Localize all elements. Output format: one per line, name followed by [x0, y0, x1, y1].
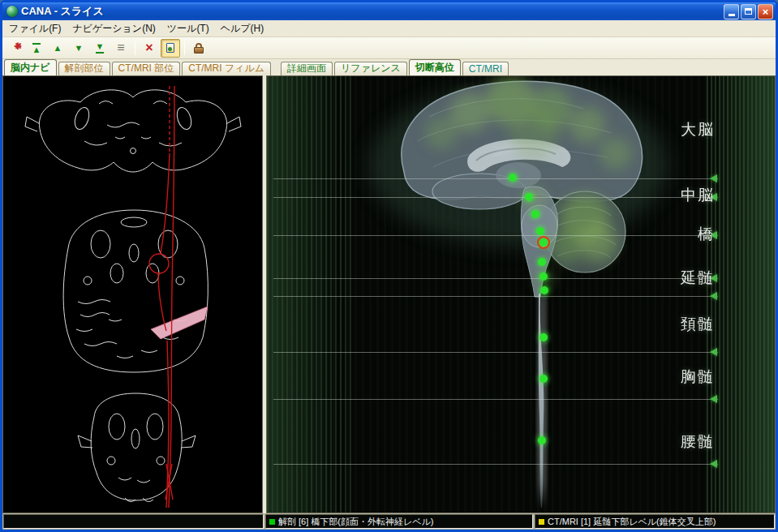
region-label: 頚髄	[645, 314, 715, 335]
level-arrow-icon	[710, 292, 717, 300]
slice-marker-icon-glyph: ++	[11, 41, 19, 54]
tab-detail-view[interactable]: 詳細画面	[281, 62, 333, 75]
region-label: 大脳	[645, 119, 715, 140]
slice-marker[interactable]	[538, 258, 546, 266]
anatomy-slice-canvas[interactable]	[2, 75, 263, 513]
status-color-chip	[539, 519, 544, 525]
region-label: 延髄	[645, 268, 715, 289]
region-label: 橋	[645, 224, 715, 245]
tab-brain-navi[interactable]: 脳内ナビ	[4, 59, 57, 75]
go-bottom-icon-glyph: ▼	[96, 42, 105, 54]
close-button[interactable]: ×	[758, 4, 773, 19]
level-arrow-icon	[710, 460, 717, 468]
toolbar-separator	[135, 41, 135, 55]
lock-icon[interactable]	[189, 39, 208, 58]
image-view-icon[interactable]	[161, 39, 180, 58]
level-line	[273, 296, 718, 297]
minimize-icon	[729, 14, 735, 16]
slice-marker[interactable]	[536, 227, 544, 235]
region-label: 胸髄	[645, 367, 715, 388]
status-color-chip	[269, 519, 275, 525]
move-down-icon[interactable]: ▼	[69, 39, 88, 58]
level-line	[273, 178, 718, 179]
image-view-icon-glyph	[166, 43, 174, 53]
status-bar: 解剖 [6] 橋下部(顔面・外転神経レベル)CT/MRI [1] 延髄下部レベル…	[2, 513, 776, 530]
close-icon: ×	[763, 6, 769, 17]
highlighted-tract-region	[151, 307, 208, 339]
clear-marker-icon[interactable]: ×	[140, 39, 159, 58]
level-line	[273, 399, 718, 400]
level-line	[273, 464, 718, 465]
slice-marker[interactable]	[531, 210, 539, 218]
go-top-icon[interactable]: ▲	[27, 39, 46, 58]
tab-anatomy-part[interactable]: 解剖部位	[58, 62, 110, 75]
tab-cut-level[interactable]: 切断高位	[409, 59, 461, 75]
cross-section-drawing	[3, 76, 262, 513]
slice-marker[interactable]	[539, 333, 548, 341]
status-ctmri-text: CT/MRI [1] 延髄下部レベル(錐体交叉上部)	[548, 516, 716, 528]
status-anatomy-text: 解剖 [6] 橋下部(顔面・外転神経レベル)	[278, 516, 433, 528]
region-label: 腰髄	[645, 431, 715, 453]
menu-bar: ファイル(F)ナビゲーション(N)ツール(T)ヘルプ(H)	[2, 20, 776, 37]
level-line	[273, 352, 718, 353]
menu-item-help[interactable]: ヘルプ(H)	[215, 20, 270, 37]
slice-list-icon[interactable]: ≡	[111, 39, 131, 58]
lock-icon-glyph	[194, 43, 204, 54]
title-bar: CANA - スライス ×	[2, 2, 776, 20]
status-ctmri: CT/MRI [1] 延髄下部レベル(錐体交叉上部)	[535, 514, 775, 529]
nerve-tract-lines	[149, 86, 174, 508]
toolbar-separator	[184, 41, 185, 55]
slice-marker[interactable]	[540, 286, 548, 294]
minimize-button[interactable]	[724, 4, 739, 19]
menu-item-tools[interactable]: ツール(T)	[161, 20, 215, 37]
go-top-icon-glyph: ▲	[32, 42, 41, 54]
slice-marker-icon[interactable]: ++	[6, 39, 25, 58]
slice-marker[interactable]	[539, 272, 548, 281]
tabs-row: 脳内ナビ解剖部位CT/MRI 部位CT/MRI フィルム 詳細画面リファレンス切…	[2, 59, 776, 75]
status-anatomy: 解剖 [6] 橋下部(顔面・外転神経レベル)	[265, 514, 533, 529]
move-up-icon[interactable]: ▲	[48, 39, 67, 58]
menu-item-file[interactable]: ファイル(F)	[3, 20, 67, 37]
slice-marker[interactable]	[509, 174, 517, 182]
tab-reference[interactable]: リファレンス	[334, 62, 407, 75]
status-empty-pane	[3, 514, 264, 529]
selected-ring	[537, 236, 550, 249]
menu-item-navigation[interactable]: ナビゲーション(N)	[67, 20, 161, 37]
level-arrow-icon	[710, 174, 717, 182]
tab-ctmri-film[interactable]: CT/MRI フィルム	[182, 62, 271, 75]
slice-marker[interactable]	[539, 375, 548, 383]
slice-marker-selected[interactable]	[539, 238, 548, 247]
move-up-icon-glyph: ▲	[54, 44, 62, 53]
app-icon	[6, 6, 18, 17]
level-arrow-icon	[710, 348, 717, 356]
maximize-button[interactable]	[741, 4, 756, 19]
region-label: 中脳	[645, 185, 715, 206]
tab-ctmri[interactable]: CT/MRI	[462, 62, 509, 75]
go-bottom-icon[interactable]: ▼	[90, 39, 110, 58]
app-window: CANA - スライス × ファイル(F)ナビゲーション(N)ツール(T)ヘルプ…	[0, 0, 778, 532]
right-tab-group: 詳細画面リファレンス切断高位CT/MRI	[281, 59, 510, 75]
tab-ctmri-part[interactable]: CT/MRI 部位	[112, 62, 181, 75]
level-arrow-icon	[710, 395, 717, 403]
diagram-stage: 大脳中脳橋延髄頚髄胸髄腰髄	[267, 76, 776, 513]
window-title: CANA - スライス	[21, 4, 722, 19]
slice-list-icon-glyph: ≡	[117, 41, 124, 54]
clear-marker-icon-glyph: ×	[145, 41, 153, 54]
move-down-icon-glyph: ▼	[75, 44, 84, 53]
level-diagram-panel: 大脳中脳橋延髄頚髄胸髄腰髄	[266, 75, 776, 513]
maximize-icon	[745, 8, 752, 15]
toolbar: ++▲▲▼▼≡×	[2, 37, 776, 59]
slice-marker[interactable]	[525, 193, 533, 201]
content-area: 大脳中脳橋延髄頚髄胸髄腰髄	[2, 75, 776, 513]
slice-marker[interactable]	[538, 436, 546, 444]
left-tab-group: 脳内ナビ解剖部位CT/MRI 部位CT/MRI フィルム	[4, 59, 273, 75]
